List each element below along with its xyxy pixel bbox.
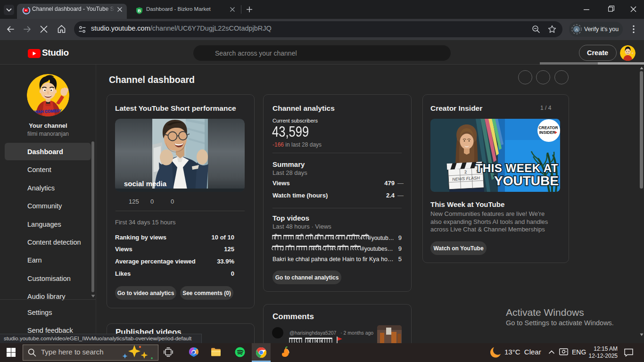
svg-text:A: A xyxy=(575,27,578,32)
svg-text:2: 2 xyxy=(464,170,467,174)
svg-text:B: B xyxy=(138,8,141,13)
svg-text:THIS WEEK AT: THIS WEEK AT xyxy=(476,162,558,174)
svg-text:INSIDER: INSIDER xyxy=(539,130,555,135)
svg-text:CREATOR: CREATOR xyxy=(538,125,558,130)
svg-text:YOUTUBE: YOUTUBE xyxy=(494,173,559,188)
